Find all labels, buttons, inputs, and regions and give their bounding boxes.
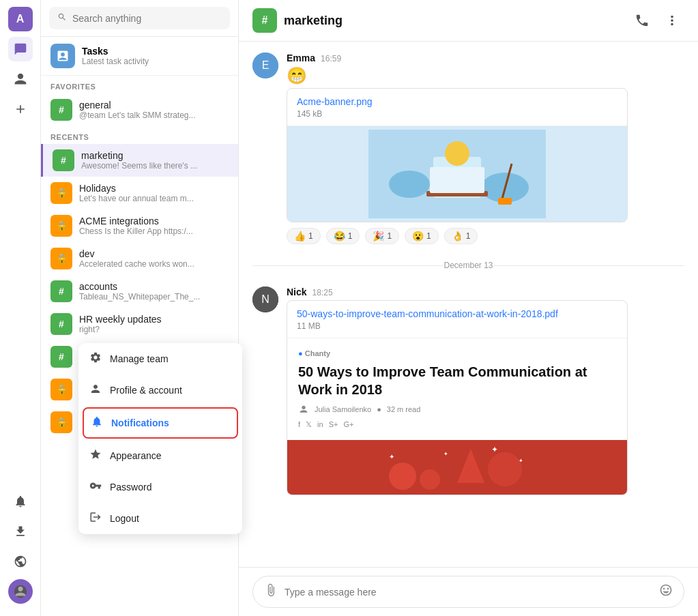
channel-icon: 🔒 — [50, 182, 72, 204]
profile-account-label: Profile & account — [110, 385, 182, 396]
channel-item-accounts[interactable]: # accounts Tableau_NS_Whitepaper_The_... — [41, 275, 238, 308]
attachment-icon[interactable] — [264, 583, 278, 600]
svg-point-18 — [420, 469, 440, 490]
svg-text:N: N — [261, 293, 270, 305]
user-profile-avatar[interactable] — [8, 579, 33, 604]
manage-team-label: Manage team — [110, 353, 169, 364]
channel-name: HR weekly updates — [79, 314, 162, 325]
sidebar: Tasks Latest task activity FAVORITES # g… — [41, 0, 239, 616]
pdf-social: f 𝕏 in S+ G+ — [298, 420, 616, 429]
acme-banner-card: Acme-banner.png 145 kB — [287, 88, 628, 222]
message-input[interactable] — [285, 587, 652, 598]
channel-item-marketing[interactable]: # marketing Awesome! Seems like there's … — [41, 144, 238, 177]
svg-text:✦: ✦ — [389, 453, 394, 460]
channel-name: dev — [79, 248, 194, 259]
channel-item-hr-weekly[interactable]: # HR weekly updates right? — [41, 308, 238, 340]
reaction-wow[interactable]: 😮1 — [405, 228, 439, 244]
download-nav-icon[interactable] — [8, 519, 33, 544]
search-input[interactable] — [72, 13, 222, 24]
context-menu: Manage team Profile & account Notificati… — [78, 343, 242, 534]
svg-text:✦: ✦ — [519, 458, 523, 464]
pdf-brand: ● Chanty — [298, 349, 616, 357]
reaction-laugh[interactable]: 😂1 — [326, 228, 360, 244]
globe-nav-icon[interactable] — [8, 549, 33, 574]
channel-name: ACME integrations — [79, 216, 193, 226]
bell-icon — [91, 415, 103, 430]
svg-text:✦: ✦ — [443, 451, 448, 457]
channel-preview: right? — [79, 325, 162, 334]
message-nick: N Nick 18:25 50-ways-to-improve-team-com… — [252, 287, 684, 495]
pdf-title: 50 Ways to Improve Team Communication at… — [298, 363, 616, 398]
manage-team-menu-item[interactable]: Manage team — [78, 343, 242, 375]
nick-message-content: Nick 18:25 50-ways-to-improve-team-commu… — [287, 287, 684, 495]
key-icon — [89, 480, 102, 495]
favorites-label: FAVORITES — [41, 76, 238, 93]
tasks-item[interactable]: Tasks Latest task activity — [41, 37, 238, 76]
channel-name: marketing — [81, 150, 197, 161]
channel-name: accounts — [79, 281, 200, 292]
add-nav-icon[interactable] — [8, 97, 33, 121]
file-link[interactable]: Acme-banner.png — [297, 96, 373, 107]
more-button[interactable] — [660, 8, 684, 33]
channel-preview: @team Let's talk SMM strateg... — [79, 111, 196, 120]
user-avatar[interactable]: A — [8, 7, 33, 31]
tasks-text: Tasks Latest task activity — [82, 46, 149, 66]
channel-item-acme[interactable]: 🔒 ACME integrations Chess Is the Killer … — [41, 209, 238, 242]
emma-sender: Emma — [287, 53, 315, 63]
emma-message-content: Emma 16:59 😁 Acme-banner.png 145 kB — [287, 53, 684, 244]
pdf-link[interactable]: 50-ways-to-improve-team-communication-at… — [297, 308, 558, 319]
channel-preview: Let's have our annual team m... — [79, 194, 194, 203]
chat-messages: E Emma 16:59 😁 Acme-banner.png 145 kB — [239, 42, 698, 567]
pdf-bottom-banner: ✦ ✦ ✦ ✦ — [287, 440, 627, 495]
svg-point-15 — [302, 406, 305, 409]
channel-icon: 🔒 — [50, 248, 72, 269]
message-emma: E Emma 16:59 😁 Acme-banner.png 145 kB — [252, 53, 684, 244]
channel-header-icon: # — [252, 8, 277, 33]
tasks-title: Tasks — [82, 46, 149, 57]
emoji-icon[interactable] — [659, 583, 673, 600]
profile-account-menu-item[interactable]: Profile & account — [78, 375, 242, 406]
bell-nav-icon[interactable] — [8, 489, 33, 514]
file-size: 145 kB — [297, 109, 617, 119]
channel-item-general[interactable]: # general @team Let's talk SMM strateg..… — [41, 93, 238, 126]
pdf-meta: Julia Samoilenko ● 32 m read — [298, 404, 616, 415]
nick-sender: Nick — [287, 287, 307, 297]
svg-point-4 — [389, 171, 430, 198]
emma-reactions: 👍1 😂1 🎉1 😮1 👌1 — [287, 228, 684, 244]
reaction-ok[interactable]: 👌1 — [444, 228, 478, 244]
chat-header: # marketing — [239, 0, 698, 42]
reaction-party[interactable]: 🎉1 — [365, 228, 399, 244]
logout-menu-item[interactable]: Logout — [78, 503, 242, 534]
channel-name: general — [79, 100, 196, 111]
channel-icon: # — [53, 149, 74, 171]
chat-nav-icon[interactable] — [8, 37, 33, 61]
phone-button[interactable] — [630, 8, 654, 33]
contacts-nav-icon[interactable] — [8, 67, 33, 91]
icon-bar: A — [0, 0, 41, 616]
pdf-card: 50-ways-to-improve-team-communication-at… — [287, 300, 628, 495]
svg-point-17 — [389, 463, 416, 490]
password-label: Password — [110, 482, 151, 493]
svg-rect-10 — [430, 167, 484, 193]
svg-point-7 — [445, 141, 469, 166]
appearance-menu-item[interactable]: Appearance — [78, 440, 242, 471]
svg-point-20 — [488, 452, 522, 486]
password-menu-item[interactable]: Password — [78, 471, 242, 503]
channel-icon: # — [50, 313, 72, 335]
search-container — [41, 0, 238, 37]
channel-preview: Chess Is the Killer App https:/... — [79, 226, 193, 236]
channel-name: Holidays — [79, 183, 194, 194]
channel-icon: # — [50, 346, 72, 368]
reaction-thumbsup[interactable]: 👍1 — [287, 228, 321, 244]
star-icon — [89, 448, 102, 463]
date-divider: December 13 — [252, 261, 684, 270]
channel-icon: 🔒 — [50, 411, 72, 433]
emma-emoji: 😁 — [287, 66, 684, 85]
notifications-menu-item[interactable]: Notifications — [83, 407, 238, 439]
channel-item-holidays[interactable]: 🔒 Holidays Let's have our annual team m.… — [41, 177, 238, 209]
tasks-icon — [50, 44, 75, 68]
person-icon — [89, 383, 102, 398]
header-actions — [630, 8, 684, 33]
channel-item-dev[interactable]: 🔒 dev Accelerated cache works won... — [41, 242, 238, 275]
channel-preview: Awesome! Seems like there's ... — [81, 161, 197, 171]
